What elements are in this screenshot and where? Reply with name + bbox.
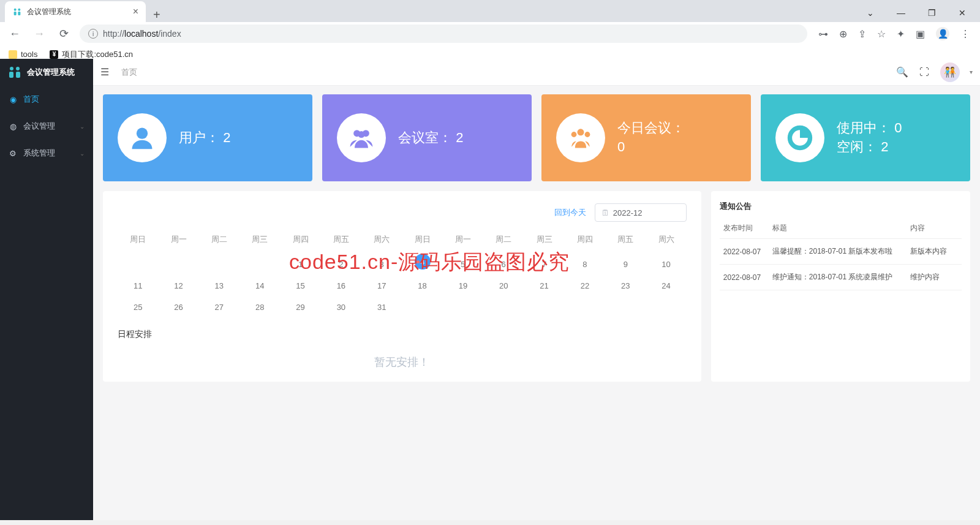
calendar-day[interactable]: 28 (239, 296, 280, 318)
brand: 会议管理系统 (0, 59, 93, 86)
notice-content: 新版本内容 (907, 239, 962, 265)
notice-content: 维护内容 (907, 265, 962, 290)
weekday-header: 周五 (321, 230, 361, 249)
stats-row: 用户： 2 会议室： 2 今日会议：0 (103, 94, 970, 181)
calendar-day[interactable]: 16 (321, 275, 361, 296)
calendar-day[interactable]: 12 (158, 275, 198, 296)
window-minimize-icon[interactable]: — (892, 8, 910, 18)
nav-reload-icon[interactable]: ⟳ (55, 27, 72, 40)
nav-forward-icon[interactable]: → (31, 28, 48, 40)
avatar-dropdown-icon[interactable]: ▾ (970, 69, 973, 75)
extensions-icon[interactable]: ✦ (897, 28, 905, 40)
tab-close-icon[interactable]: × (133, 6, 138, 17)
month-picker[interactable]: 🗓 2022-12 (595, 203, 687, 222)
url-field[interactable]: i http://localhost/index (80, 25, 807, 43)
window-close-icon[interactable]: ✕ (953, 8, 971, 18)
calendar-day[interactable]: 27 (199, 296, 239, 318)
collapse-sidebar-icon[interactable]: ☰ (100, 66, 109, 78)
calendar-day[interactable]: 23 (605, 275, 646, 296)
sidebar-item-meeting[interactable]: ◍ 会议管理 ⌄ (0, 113, 93, 140)
group-icon (337, 113, 386, 162)
calendar-day[interactable]: 2 (321, 254, 361, 275)
search-icon[interactable]: 🔍 (896, 66, 908, 78)
notice-row: 2022-08-07维护通知：2018-07-01 系统凌晨维护维护内容 (720, 265, 962, 290)
calendar-day[interactable]: 14 (239, 275, 280, 296)
calendar-day[interactable]: 6 (483, 254, 524, 275)
chevron-down-icon: ⌄ (80, 150, 85, 157)
key-icon[interactable]: ⊶ (818, 28, 828, 40)
calendar-day[interactable]: 13 (199, 275, 239, 296)
calendar-day[interactable]: 11 (118, 275, 158, 296)
weekday-header: 周三 (524, 230, 564, 249)
calendar-day[interactable]: 9 (605, 254, 646, 275)
calendar-day[interactable]: 30 (321, 296, 361, 318)
calendar-day[interactable]: 24 (646, 275, 686, 296)
window-dropdown-icon[interactable]: ⌄ (861, 8, 880, 18)
nav-back-icon[interactable]: ← (6, 28, 23, 40)
calendar-day (524, 296, 564, 318)
fullscreen-icon[interactable]: ⛶ (918, 66, 930, 78)
calendar-day[interactable]: 31 (361, 296, 402, 318)
browser-tab[interactable]: 会议管理系统 × (5, 1, 146, 22)
back-today-link[interactable]: 回到今天 (554, 207, 586, 218)
calendar-day[interactable]: 20 (483, 275, 524, 296)
notice-header: 发布时间 (720, 218, 769, 239)
weekday-header: 周一 (158, 230, 198, 249)
star-icon[interactable]: ☆ (877, 28, 886, 40)
chevron-down-icon: ⌄ (80, 123, 85, 130)
bookmark-code51[interactable]: ¥ 项目下载:code51.cn (50, 49, 133, 60)
calendar-day (118, 254, 158, 275)
calendar-day (199, 254, 239, 275)
stat-card-usage: 使用中： 0 空闲： 2 (761, 94, 970, 181)
calendar-day[interactable]: 5 (443, 254, 483, 275)
calendar-day[interactable]: 17 (361, 275, 402, 296)
calendar-day[interactable]: 18 (402, 275, 442, 296)
stat-card-today-meetings: 今日会议：0 (541, 94, 751, 181)
bookmark-tools[interactable]: tools (9, 50, 37, 59)
address-bar-icons: ⊶ ⊕ ⇪ ☆ ✦ ▣ 👤 ⋮ (815, 27, 974, 40)
sidebar: 会议管理系统 ◉ 首页 ◍ 会议管理 ⌄ ⚙ 系统管理 ⌄ (0, 59, 93, 520)
calendar-day (402, 296, 442, 318)
calendar-day[interactable]: 22 (565, 275, 605, 296)
notice-panel: 通知公告 发布时间标题内容 2022-08-07温馨提醒：2018-07-01 … (711, 191, 970, 382)
calendar-day[interactable]: 25 (118, 296, 158, 318)
calendar-day[interactable]: 4 (402, 254, 442, 275)
url-text: http://localhost/index (103, 29, 181, 39)
calendar-day[interactable]: 26 (158, 296, 198, 318)
svg-rect-3 (18, 12, 20, 15)
browser-chrome: 会议管理系统 × + ⌄ — ❐ ✕ ← → ⟳ i http://localh… (0, 0, 980, 59)
sidebar-item-home[interactable]: ◉ 首页 (0, 86, 93, 113)
site-info-icon[interactable]: i (88, 29, 98, 39)
calendar-day[interactable]: 15 (280, 275, 320, 296)
weekday-header: 周四 (280, 230, 320, 249)
sidebar-item-system[interactable]: ⚙ 系统管理 ⌄ (0, 140, 93, 167)
window-maximize-icon[interactable]: ❐ (922, 8, 941, 18)
share-icon[interactable]: ⇪ (858, 28, 866, 40)
notice-header: 标题 (769, 218, 907, 239)
weekday-header: 周六 (646, 230, 686, 249)
svg-rect-6 (9, 72, 13, 78)
calendar-day (483, 296, 524, 318)
side-panel-icon[interactable]: ▣ (916, 28, 925, 40)
calendar-day[interactable]: 29 (280, 296, 320, 318)
menu-icon[interactable]: ⋮ (960, 28, 970, 40)
new-tab-button[interactable]: + (146, 8, 168, 22)
stat-card-rooms: 会议室： 2 (322, 94, 532, 181)
calendar-day[interactable]: 7 (524, 254, 564, 275)
calendar-day (239, 254, 280, 275)
calendar-day[interactable]: 19 (443, 275, 483, 296)
calendar-day[interactable]: 3 (361, 254, 402, 275)
avatar[interactable]: 🧑‍🤝‍🧑 (940, 62, 960, 82)
zoom-icon[interactable]: ⊕ (839, 28, 847, 40)
notice-title: 维护通知：2018-07-01 系统凌晨维护 (769, 265, 907, 290)
calendar-day[interactable]: 8 (565, 254, 605, 275)
address-bar: ← → ⟳ i http://localhost/index ⊶ ⊕ ⇪ ☆ ✦… (0, 22, 980, 45)
calendar-day[interactable]: 21 (524, 275, 564, 296)
profile-icon[interactable]: 👤 (936, 27, 949, 40)
main-area: ☰ 首页 🔍 ⛶ 🧑‍🤝‍🧑 ▾ 用户： 2 (93, 59, 980, 520)
weekday-header: 周一 (443, 230, 483, 249)
svg-point-0 (14, 9, 17, 11)
svg-rect-2 (14, 12, 17, 15)
calendar-day[interactable]: 1 (280, 254, 320, 275)
calendar-day[interactable]: 10 (646, 254, 686, 275)
